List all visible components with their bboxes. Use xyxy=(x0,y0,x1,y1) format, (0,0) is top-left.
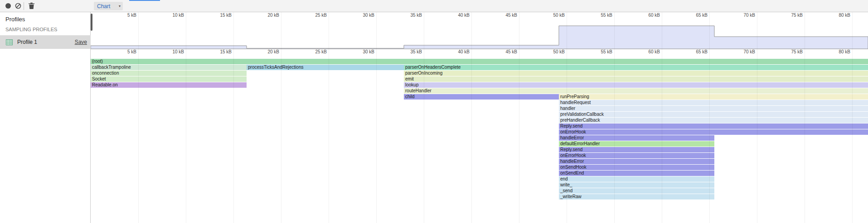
flame-bar-label: handleRequest xyxy=(559,100,868,105)
flame-bar-label: preHandlerCallback xyxy=(559,118,868,123)
flame-bar[interactable]: end xyxy=(559,176,714,182)
gridline xyxy=(805,12,805,223)
gridline xyxy=(424,12,424,223)
flame-bar[interactable]: handleRequest xyxy=(559,100,868,105)
chart-ruler-tick: 75 kB xyxy=(778,49,803,54)
flame-bar[interactable]: runPreParsing xyxy=(559,94,868,100)
flame-bar[interactable]: parserOnHeadersComplete xyxy=(404,65,868,70)
flame-bar-label: (root) xyxy=(91,59,868,64)
chart-ruler-tick: 65 kB xyxy=(683,49,708,54)
flame-bar[interactable]: onSendEnd xyxy=(559,171,714,176)
chart-ruler-tick: 45 kB xyxy=(493,49,517,54)
chart-ruler-tick: 50 kB xyxy=(540,49,565,54)
flame-bar-label: preValidationCallback xyxy=(559,112,868,117)
overview-ruler-tick: 5 kB xyxy=(112,13,136,18)
flame-bar[interactable]: Socket xyxy=(91,76,247,82)
gridline xyxy=(471,12,472,223)
flame-bar[interactable]: onErrorHook xyxy=(559,129,868,135)
flame-bar[interactable]: Reply.send xyxy=(559,147,714,152)
overview-ruler-tick: 80 kB xyxy=(826,13,850,18)
flame-bar[interactable]: defaultErrorHandler xyxy=(559,141,714,147)
circle-slash-icon xyxy=(15,2,22,9)
flame-bar[interactable]: callbackTrampoline xyxy=(91,65,247,70)
flame-bar[interactable]: _send xyxy=(559,188,714,194)
gridline xyxy=(519,12,519,223)
flame-bar[interactable]: emit xyxy=(404,76,868,82)
profile-item[interactable]: Profile 1 Save xyxy=(0,35,91,49)
chart-ruler-tick: 40 kB xyxy=(445,49,470,54)
flame-bar-label: parserOnHeadersComplete xyxy=(404,65,868,70)
flame-bar[interactable]: child xyxy=(404,94,559,100)
flame-bar[interactable]: routeHandler xyxy=(404,88,868,94)
toolbar-separator xyxy=(24,2,24,10)
flame-bar-label: write_ xyxy=(559,182,714,188)
flame-bar[interactable]: handler xyxy=(559,106,868,111)
flame-bar[interactable]: _writeRaw xyxy=(559,194,714,199)
save-link[interactable]: Save xyxy=(75,39,87,45)
flame-bar[interactable]: parserOnIncoming xyxy=(404,71,868,76)
flame-bar[interactable]: write_ xyxy=(559,182,714,188)
flame-bar[interactable]: preHandlerCallback xyxy=(559,118,868,123)
overview-ruler-tick: 35 kB xyxy=(398,13,422,18)
flame-bar-label: _writeRaw xyxy=(559,194,714,199)
flame-bar-label: onSendHook xyxy=(559,165,714,170)
chart-ruler-tick: 70 kB xyxy=(731,49,755,54)
view-mode-select[interactable]: Chart ▾ xyxy=(94,2,123,10)
record-icon xyxy=(5,3,11,9)
flame-bar[interactable]: processTicksAndRejections xyxy=(247,65,404,70)
overview-ruler-tick: 20 kB xyxy=(255,13,279,18)
gridline xyxy=(662,12,662,223)
flame-bar[interactable]: handleError xyxy=(559,135,714,141)
flame-bar[interactable]: onconnection xyxy=(91,71,247,76)
trash-icon xyxy=(28,2,35,9)
toolbar: Chart ▾ xyxy=(0,0,868,12)
flame-bar-label: onErrorHook xyxy=(559,153,714,158)
gridline xyxy=(567,12,567,223)
flame-bar[interactable]: Reply.send xyxy=(559,123,868,129)
flame-bar-label: callbackTrampoline xyxy=(91,65,247,70)
chart-ruler-tick: 60 kB xyxy=(635,49,660,54)
flame-bar-label: _send xyxy=(559,188,714,194)
flame-bar-label: processTicksAndRejections xyxy=(247,65,404,70)
sidebar-title: Profiles xyxy=(5,16,25,23)
flame-bar-label: Reply.send xyxy=(559,123,868,129)
flame-bar-label: onErrorHook xyxy=(559,129,868,135)
delete-button[interactable] xyxy=(26,0,37,11)
flame-bar-label: Reply.send xyxy=(559,147,714,152)
flame-bar-label: Readable.on xyxy=(91,82,247,88)
flame-bar-label: parserOnIncoming xyxy=(404,71,868,76)
flame-bar[interactable]: onSendHook xyxy=(559,165,714,170)
gridline xyxy=(329,12,329,223)
gridline xyxy=(186,12,186,223)
sampling-profiles-section-label: SAMPLING PROFILES xyxy=(5,27,57,32)
flame-bar-label: onSendEnd xyxy=(559,171,714,176)
flame-bar[interactable]: Readable.on xyxy=(91,82,247,88)
flame-bar[interactable]: onErrorHook xyxy=(559,153,714,158)
clear-button[interactable] xyxy=(13,0,24,11)
overview-selection-handle[interactable] xyxy=(91,14,92,31)
record-button[interactable] xyxy=(3,0,14,11)
gridline xyxy=(614,12,615,223)
overview-ruler-tick: 60 kB xyxy=(635,13,660,18)
overview-ruler-tick: 75 kB xyxy=(778,13,803,18)
chart-ruler-tick: 15 kB xyxy=(207,49,232,54)
overview-ruler-tick: 50 kB xyxy=(540,13,565,18)
overview-graph[interactable] xyxy=(91,12,868,62)
flame-bar[interactable]: lookup xyxy=(404,82,868,88)
chart-pane: 5 kB5 kB10 kB10 kB15 kB15 kB20 kB20 kB25… xyxy=(91,12,868,223)
flame-bar-label: Socket xyxy=(91,76,247,82)
tab-indicator xyxy=(129,0,160,1)
overview-ruler-tick: 70 kB xyxy=(731,13,755,18)
overview-ruler-tick: 30 kB xyxy=(350,13,374,18)
chart-ruler-tick: 55 kB xyxy=(588,49,612,54)
flame-bar[interactable]: handleError xyxy=(559,159,714,164)
flame-bar-label: end xyxy=(559,176,714,182)
chart-ruler-tick: 35 kB xyxy=(398,49,422,54)
flame-bar-label: child xyxy=(404,94,559,100)
gridline xyxy=(233,12,234,223)
flame-bar-label: handler xyxy=(559,106,868,111)
overview-ruler-tick: 65 kB xyxy=(683,13,708,18)
flame-bar[interactable]: (root) xyxy=(91,59,868,64)
flame-bar[interactable]: preValidationCallback xyxy=(559,112,868,117)
gridline xyxy=(709,12,710,223)
